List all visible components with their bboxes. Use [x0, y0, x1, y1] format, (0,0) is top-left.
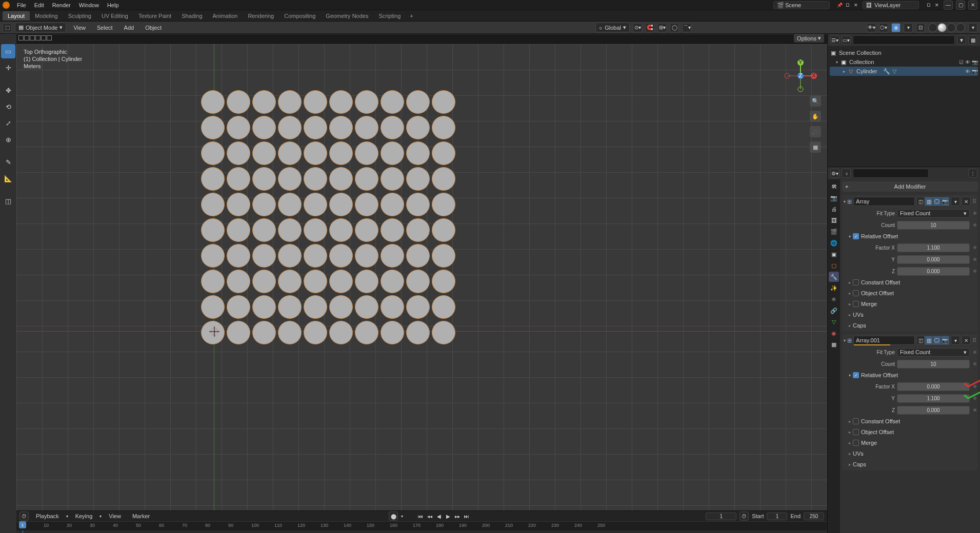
fit-type-dropdown[interactable]: Fixed Count▾: [897, 348, 970, 357]
delete-modifier-button[interactable]: ✕: [962, 197, 971, 206]
outliner-collection[interactable]: ▾ ▣ Collection ☑ 👁 📷: [830, 57, 978, 67]
editor-type-icon[interactable]: ⬚: [3, 23, 12, 32]
wireframe-shading-icon[interactable]: [928, 23, 937, 32]
cylinder-instance[interactable]: [406, 116, 430, 139]
cylinder-instance[interactable]: [227, 270, 250, 293]
cylinder-instance[interactable]: [329, 244, 353, 268]
outliner-search[interactable]: [853, 35, 955, 45]
cylinder-instance[interactable]: [432, 218, 455, 242]
annotate-tool[interactable]: ✎: [1, 155, 15, 169]
cylinder-instance[interactable]: [201, 167, 225, 191]
overlays-toggle[interactable]: ◉: [891, 23, 901, 32]
cylinder-instance[interactable]: [304, 270, 327, 293]
cylinder-instance[interactable]: [381, 218, 404, 242]
add-cube-tool[interactable]: ◫: [1, 194, 15, 208]
object-offset-checkbox[interactable]: [853, 290, 859, 296]
play-icon[interactable]: ▶: [444, 512, 452, 520]
constant-offset-checkbox[interactable]: [853, 279, 859, 285]
camera-render-icon[interactable]: 📷: [972, 69, 978, 74]
cylinder-instance[interactable]: [381, 167, 404, 191]
constant-offset-header[interactable]: ▸Constant Offset: [844, 278, 976, 287]
cylinder-instance[interactable]: [252, 244, 276, 268]
factor-x-field[interactable]: 0.000: [897, 382, 970, 391]
world-tab[interactable]: 🌐: [829, 238, 839, 248]
timeline-playback[interactable]: Playback: [32, 513, 63, 519]
merge-header[interactable]: ▸Merge: [844, 299, 976, 309]
cylinder-instance[interactable]: [252, 193, 276, 216]
cylinder-instance[interactable]: [201, 321, 225, 344]
exclude-checkbox[interactable]: ☑: [959, 59, 964, 65]
count-field[interactable]: 10: [897, 221, 970, 230]
disclosure-triangle-icon[interactable]: ▾: [836, 60, 838, 65]
animate-property-icon[interactable]: [973, 258, 976, 261]
timeline-keying[interactable]: Keying: [71, 513, 97, 519]
relative-offset-checkbox[interactable]: ✓: [853, 233, 859, 239]
texture-tab[interactable]: ▦: [829, 339, 839, 350]
on-cage-toggle[interactable]: ◫: [916, 336, 925, 345]
cylinder-instance[interactable]: [432, 295, 455, 319]
cylinder-instance[interactable]: [329, 141, 353, 165]
nav-gizmo[interactable]: Y X Z: [784, 59, 817, 92]
properties-editor-icon[interactable]: ⚙▾: [830, 169, 839, 178]
cylinder-instance[interactable]: [227, 321, 250, 344]
workspace-tab-sculpting[interactable]: Sculpting: [63, 11, 96, 20]
constant-offset-checkbox[interactable]: [853, 418, 859, 424]
pivot-dropdown[interactable]: ⊙▾: [633, 23, 642, 32]
properties-search[interactable]: [853, 169, 929, 178]
cylinder-instance[interactable]: [201, 141, 225, 165]
workspace-tab-texture-paint[interactable]: Texture Paint: [133, 11, 176, 20]
cylinder-instance[interactable]: [252, 116, 276, 139]
timeline-body[interactable]: 1: [16, 530, 827, 533]
cylinder-instance[interactable]: [406, 295, 430, 319]
cylinder-instance[interactable]: [406, 244, 430, 268]
render-tab[interactable]: 📷: [829, 193, 839, 203]
outliner-display-mode[interactable]: ▭▾: [842, 35, 851, 45]
merge-checkbox[interactable]: [853, 440, 859, 446]
cylinder-instance[interactable]: [329, 116, 353, 139]
camera-render-icon[interactable]: 📷: [972, 59, 978, 65]
cylinder-instance[interactable]: [201, 295, 225, 319]
keyframe-next-icon[interactable]: ▸▸: [453, 512, 462, 520]
cylinder-instance[interactable]: [406, 270, 430, 293]
cylinder-instance[interactable]: [406, 218, 430, 242]
modifier-name-field[interactable]: Array.001: [853, 336, 915, 345]
drag-handle-icon[interactable]: ⠿: [972, 337, 976, 344]
merge-checkbox[interactable]: [853, 301, 859, 307]
cylinder-instance[interactable]: [252, 141, 276, 165]
overlays-dropdown[interactable]: ▾: [904, 23, 913, 32]
cylinder-instance[interactable]: [355, 193, 378, 216]
animate-property-icon[interactable]: [973, 223, 976, 227]
cylinder-instance[interactable]: [252, 295, 276, 319]
cylinder-instance[interactable]: [329, 90, 353, 114]
factor-y-field[interactable]: 1.100: [897, 394, 970, 403]
cylinder-instance[interactable]: [227, 167, 250, 191]
modifier-extras-dropdown[interactable]: ▾: [951, 197, 960, 206]
snap-toggle[interactable]: 🧲: [645, 23, 654, 32]
cylinder-instance[interactable]: [201, 270, 225, 293]
cylinder-instance[interactable]: [381, 90, 404, 114]
jump-start-icon[interactable]: ⏮: [416, 512, 425, 520]
cylinder-instance[interactable]: [304, 141, 327, 165]
scene-buttons[interactable]: 📌🗋✕: [836, 2, 859, 9]
workspace-tab-shading[interactable]: Shading: [176, 11, 207, 20]
viewport-canvas[interactable]: Top Orthographic (1) Collection | Cylind…: [16, 44, 827, 510]
visibility-dropdown[interactable]: 👁▾: [867, 23, 876, 32]
outliner-scene-collection[interactable]: ▣ Scene Collection: [830, 48, 978, 57]
modifier-name-field[interactable]: Array: [853, 197, 915, 206]
outliner-tree[interactable]: ▣ Scene Collection ▾ ▣ Collection ☑ 👁 📷 …: [828, 46, 980, 167]
shading-modes[interactable]: [928, 23, 965, 32]
material-tab[interactable]: ◉: [829, 328, 839, 338]
viewlayer-tab[interactable]: 🖼: [829, 215, 839, 225]
eye-icon[interactable]: 👁: [965, 69, 970, 74]
uvs-header[interactable]: ▸UVs: [844, 449, 976, 458]
cylinder-instance[interactable]: [432, 167, 455, 191]
cylinder-instance[interactable]: [278, 90, 302, 114]
cylinder-instance[interactable]: [278, 270, 302, 293]
workspace-tab-geometry-nodes[interactable]: Geometry Nodes: [321, 11, 373, 20]
output-tab[interactable]: 🖨: [829, 204, 839, 214]
particle-tab[interactable]: ✨: [829, 283, 839, 293]
cylinder-instance[interactable]: [227, 193, 250, 216]
cylinder-instance[interactable]: [355, 321, 378, 344]
menu-file[interactable]: File: [13, 2, 30, 8]
cylinder-instance[interactable]: [381, 295, 404, 319]
